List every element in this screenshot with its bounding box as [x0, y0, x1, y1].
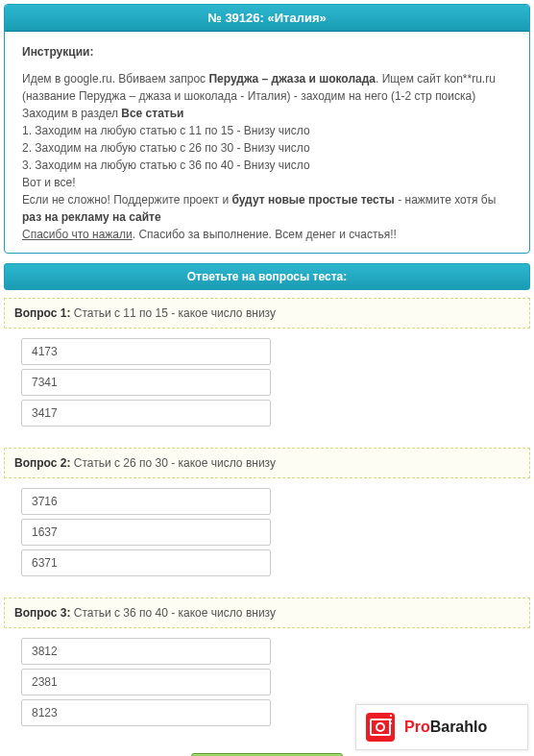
question-label: Вопрос 2:	[14, 456, 70, 470]
question-text: Статьи с 26 по 30 - какое число внизу	[70, 456, 276, 470]
options-list: 3716 1637 6371	[21, 488, 530, 576]
answer-option[interactable]: 3417	[21, 400, 271, 427]
answer-option[interactable]: 1637	[21, 519, 271, 546]
text-bold: Все статьи	[121, 107, 183, 120]
text: Заходим в раздел	[22, 107, 121, 120]
instructions-heading: Инструкции:	[22, 45, 512, 59]
question-text: Статьи с 36 по 40 - какое число внизу	[70, 606, 276, 620]
answer-option[interactable]: 6371	[21, 549, 271, 576]
text: Если не сложно! Поддержите проект и	[22, 193, 231, 207]
text: 2. Заходим на любую статью с 26 по 30 - …	[22, 141, 310, 155]
question-label: Вопрос 3:	[14, 606, 70, 620]
text-bold: Перуджа – джаза и шоколада	[208, 72, 376, 85]
question-block-1: Вопрос 1: Статьи с 11 по 15 - какое числ…	[4, 298, 530, 440]
question-header: Вопрос 2: Статьи с 26 по 30 - какое числ…	[4, 448, 530, 478]
answer-option[interactable]: 8123	[21, 699, 271, 726]
text-underline: Спасибо что нажали	[22, 228, 133, 241]
camera-icon	[366, 713, 395, 742]
logo-text-part2: Barahlo	[430, 719, 488, 735]
logo-text-part1: Pro	[404, 719, 430, 735]
instructions-box: Инструкции: Идем в google.ru. Вбиваем за…	[5, 32, 529, 253]
question-block-2: Вопрос 2: Статьи с 26 по 30 - какое числ…	[4, 448, 530, 590]
question-header: Вопрос 1: Статьи с 11 по 15 - какое числ…	[4, 298, 530, 329]
text-bold: будут новые простые тесты	[231, 193, 394, 207]
answer-option[interactable]: 3716	[21, 488, 271, 515]
text: 3. Заходим на любую статью с 36 по 40 - …	[22, 159, 310, 172]
section-title: Ответьте на вопросы теста:	[4, 263, 530, 290]
question-label: Вопрос 1:	[14, 306, 70, 320]
text: - нажмите хотя бы	[395, 193, 496, 207]
logo-text: ProBarahlo	[404, 719, 487, 736]
panel-title: № 39126: «Италия»	[5, 5, 529, 32]
main-panel: № 39126: «Италия» Инструкции: Идем в goo…	[4, 4, 530, 254]
text: Идем в google.ru. Вбиваем запрос	[22, 72, 208, 85]
instructions-text: Идем в google.ru. Вбиваем запрос Перуджа…	[22, 70, 512, 243]
answer-option[interactable]: 4173	[21, 338, 271, 365]
watermark-logo: ProBarahlo	[355, 704, 528, 750]
question-header: Вопрос 3: Статьи с 36 по 40 - какое числ…	[4, 597, 530, 628]
text: . Спасибо за выполнение. Всем денег и сч…	[133, 228, 397, 241]
options-list: 4173 7341 3417	[21, 338, 530, 427]
text-bold: раз на рекламу на сайте	[22, 210, 161, 224]
answer-option[interactable]: 2381	[21, 669, 271, 695]
answer-option[interactable]: 7341	[21, 369, 271, 396]
text: 1. Заходим на любую статью с 11 по 15 - …	[22, 124, 310, 137]
text: Вот и все!	[22, 176, 76, 189]
question-text: Статьи с 11 по 15 - какое число внизу	[70, 306, 276, 320]
answer-option[interactable]: 3812	[21, 638, 271, 665]
